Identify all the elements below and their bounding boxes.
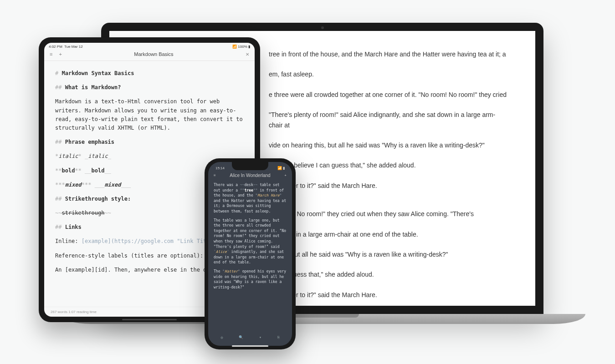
search-icon[interactable]: 🔍 bbox=[239, 335, 243, 339]
h2-marker: ## bbox=[55, 139, 65, 145]
iphone-editor[interactable]: There was a ~~desk~~ table set out under… bbox=[208, 181, 292, 332]
iphone-document-title: Alice In Wonderland bbox=[230, 173, 270, 178]
collapse-icon[interactable]: ✕ bbox=[246, 52, 249, 57]
h1-text: Markdown Syntax Basics bbox=[62, 70, 134, 76]
h2-marker: ## bbox=[55, 84, 65, 91]
mac-text-line: ddles—I believe I can guess that," she a… bbox=[269, 160, 508, 170]
filter-icon[interactable]: ▾ bbox=[259, 335, 261, 339]
iphone-status-time: 15:14 bbox=[215, 166, 225, 170]
ipad-document-title: Markdown Basics bbox=[134, 51, 173, 57]
h2-text: Strikethrough style: bbox=[65, 196, 131, 202]
macbook-camera bbox=[321, 26, 324, 29]
paragraph: There was a ~~desk~~ table set out under… bbox=[214, 182, 287, 214]
mac-text-line: tree in front of the house, and the Marc… bbox=[269, 49, 508, 59]
h2-text: Links bbox=[65, 224, 82, 230]
mac-text-line: vide on hearing this, but all he said wa… bbox=[269, 140, 508, 150]
iphone-status-icons: 📶 ▮ bbox=[277, 166, 285, 170]
iphone-home-indicator[interactable] bbox=[232, 345, 268, 347]
mac-text-line: e three were all crowded together at one… bbox=[269, 90, 508, 100]
mac-text-line: e I can guess that," she added aloud. bbox=[269, 269, 508, 279]
iphone-screen: 15:14 📶 ▮ ≡ Alice In Wonderland + There … bbox=[208, 162, 292, 346]
ipad-home-indicator[interactable] bbox=[122, 319, 177, 320]
mac-text-line: ne answer to it?" said the March Hare. bbox=[269, 290, 508, 300]
h2-marker: ## bbox=[55, 224, 65, 230]
word-count: 267 words 1:07 reading time bbox=[51, 310, 97, 314]
add-icon[interactable]: + bbox=[284, 173, 287, 177]
menu-icon[interactable]: ≡ bbox=[50, 51, 52, 57]
iphone-frame: 15:14 📶 ▮ ≡ Alice In Wonderland + There … bbox=[205, 158, 296, 349]
iphone-tabbar: ◎ 🔍 ▾ ⎘ bbox=[208, 332, 292, 346]
paragraph: The *Hatter* opened his eyes very wide o… bbox=[214, 269, 287, 290]
ipad-status-time: 4:02 PM Tue Mar 12 bbox=[49, 45, 83, 49]
menu-icon[interactable]: ≡ bbox=[214, 173, 216, 177]
paragraph: Markdown is a text-to-Html conversion to… bbox=[55, 97, 244, 132]
ipad-status-battery: 📶 100% ▮ bbox=[232, 45, 250, 49]
export-icon[interactable]: ⎘ bbox=[277, 335, 280, 339]
h1-marker: # bbox=[55, 70, 62, 76]
mac-text-line: No room! No room!" they cried out when t… bbox=[269, 209, 508, 219]
mac-text-line: ne answer to it?" said the March Hare. bbox=[269, 181, 508, 191]
ipad-status-bar: 4:02 PM Tue Mar 12 📶 100% ▮ bbox=[44, 43, 255, 50]
add-icon[interactable]: + bbox=[59, 51, 62, 57]
mac-text-line: em, fast asleep. bbox=[269, 69, 508, 79]
paragraph: The table was a large one, but the three… bbox=[214, 218, 287, 265]
preview-icon[interactable]: ◎ bbox=[220, 335, 223, 339]
h2-text: Phrase emphasis bbox=[65, 139, 114, 145]
h2-marker: ## bbox=[55, 196, 65, 202]
mac-text-line: sat down in a large arm-chair at one end… bbox=[269, 229, 508, 239]
h2-text: What is Markdown? bbox=[65, 84, 121, 91]
ipad-toolbar: ≡ + Markdown Basics ✕ bbox=[44, 50, 255, 61]
mac-text-line: ng this, but all he said was "Why is a r… bbox=[269, 249, 508, 259]
iphone-notch bbox=[232, 162, 268, 170]
mac-text-line: "There's plenty of room!" said Alice ind… bbox=[269, 110, 508, 130]
iphone-toolbar: ≡ Alice In Wonderland + bbox=[208, 171, 292, 181]
